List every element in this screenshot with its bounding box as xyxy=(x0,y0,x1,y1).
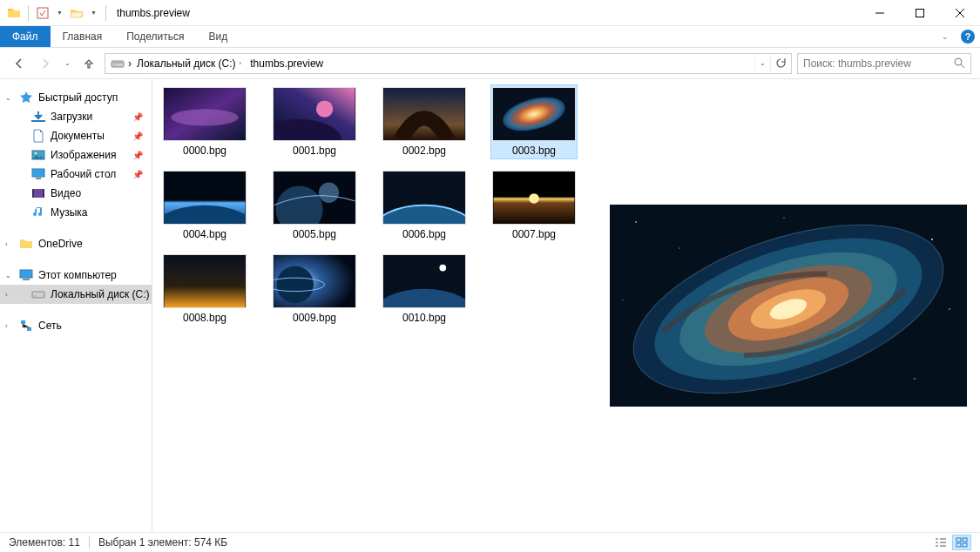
up-button[interactable] xyxy=(78,53,99,74)
nav-desktop[interactable]: Рабочий стол 📌 xyxy=(0,165,152,184)
file-item[interactable]: 0000.bpg xyxy=(161,84,248,159)
tab-home[interactable]: Главная xyxy=(51,26,115,47)
chevron-down-icon[interactable]: ⌄ xyxy=(5,272,11,279)
file-name: 0005.bpg xyxy=(293,228,336,240)
nav-onedrive[interactable]: › OneDrive xyxy=(0,234,152,253)
nav-quick-access[interactable]: ⌄ Быстрый доступ xyxy=(0,88,152,107)
nav-documents[interactable]: Документы 📌 xyxy=(0,126,152,145)
music-icon xyxy=(31,205,45,219)
file-item[interactable]: 0010.bpg xyxy=(381,252,468,326)
thumbnail xyxy=(163,171,247,225)
tab-file[interactable]: Файл xyxy=(0,26,51,47)
file-item[interactable]: 0004.bpg xyxy=(161,168,248,243)
nav-network[interactable]: › Сеть xyxy=(0,316,152,335)
file-item[interactable]: 0009.bpg xyxy=(271,252,358,326)
svg-point-37 xyxy=(529,193,539,204)
file-item[interactable]: 0001.bpg xyxy=(271,84,358,159)
chevron-right-icon[interactable]: › xyxy=(5,240,8,248)
network-icon xyxy=(19,319,33,333)
file-item-selected[interactable]: 0003.bpg xyxy=(490,84,578,159)
chevron-down-icon[interactable]: ⌄ xyxy=(5,94,11,102)
svg-point-48 xyxy=(931,239,933,240)
forward-button[interactable] xyxy=(35,53,56,74)
pin-icon: 📌 xyxy=(132,170,143,179)
nav-this-pc[interactable]: ⌄ Этот компьютер xyxy=(0,266,152,285)
file-name: 0000.bpg xyxy=(183,145,226,157)
folder-open-icon[interactable] xyxy=(70,6,84,20)
chevron-right-icon[interactable]: › xyxy=(5,291,8,299)
folder-dropdown[interactable]: ▼ xyxy=(89,10,98,16)
body: ⌄ Быстрый доступ Загрузки 📌 Документы 📌 … xyxy=(0,79,980,532)
svg-rect-3 xyxy=(112,61,124,64)
thumbnail xyxy=(492,171,576,225)
file-item[interactable]: 0006.bpg xyxy=(381,168,468,243)
pin-icon: 📌 xyxy=(132,112,143,122)
svg-rect-9 xyxy=(32,169,44,177)
svg-point-17 xyxy=(34,295,36,297)
view-thumbnails-button[interactable] xyxy=(952,535,971,550)
ribbon-collapse-button[interactable]: ⌄ xyxy=(935,26,956,47)
svg-point-5 xyxy=(955,58,962,65)
address-dropdown[interactable]: ⌄ xyxy=(754,54,770,73)
nav-music[interactable]: Музыка xyxy=(0,203,152,222)
svg-rect-18 xyxy=(21,320,25,324)
file-item[interactable]: 0008.bpg xyxy=(161,252,248,326)
svg-rect-66 xyxy=(963,543,967,547)
address-bar[interactable]: › Локальный диск (C:)› thumbs.preview ⌄ xyxy=(105,53,792,74)
preview-pane xyxy=(605,79,980,532)
maximize-button[interactable] xyxy=(900,0,940,26)
nav-local-disk[interactable]: › Локальный диск (C:) xyxy=(0,285,152,304)
close-button[interactable] xyxy=(940,0,980,26)
svg-point-24 xyxy=(316,101,333,118)
view-details-button[interactable] xyxy=(931,535,950,550)
document-icon xyxy=(31,129,45,143)
nav-videos[interactable]: Видео xyxy=(0,184,152,203)
svg-point-52 xyxy=(623,300,624,301)
file-item[interactable]: 0002.bpg xyxy=(381,84,468,159)
nav-downloads[interactable]: Загрузки 📌 xyxy=(0,107,152,126)
search-placeholder: Поиск: thumbs.preview xyxy=(803,57,954,70)
content-area: 0000.bpg 0001.bpg 0002.bpg 0003.bpg xyxy=(152,79,980,532)
download-icon xyxy=(31,110,45,124)
video-icon xyxy=(31,186,45,200)
file-item[interactable]: 0007.bpg xyxy=(490,168,578,243)
svg-point-46 xyxy=(635,221,637,223)
tab-share[interactable]: Поделиться xyxy=(114,26,196,47)
file-grid[interactable]: 0000.bpg 0001.bpg 0002.bpg 0003.bpg xyxy=(152,79,605,532)
search-icon xyxy=(954,57,965,69)
thumbnail xyxy=(273,87,356,141)
folder-icon xyxy=(7,6,21,20)
qat-dropdown[interactable]: ▼ xyxy=(55,10,64,16)
svg-point-4 xyxy=(113,64,115,66)
chevron-right-icon[interactable]: › xyxy=(5,322,8,330)
pin-icon: 📌 xyxy=(132,151,143,160)
file-name: 0010.bpg xyxy=(402,312,446,324)
svg-rect-38 xyxy=(165,255,246,307)
svg-point-53 xyxy=(783,217,784,218)
svg-rect-64 xyxy=(963,538,967,542)
desktop-icon xyxy=(31,167,45,181)
tab-view[interactable]: Вид xyxy=(196,26,240,47)
thumbnail xyxy=(163,87,247,141)
svg-rect-65 xyxy=(956,543,961,547)
svg-rect-0 xyxy=(37,8,48,18)
search-input[interactable]: Поиск: thumbs.preview xyxy=(797,53,971,74)
pc-icon xyxy=(19,268,33,282)
breadcrumb-folder[interactable]: thumbs.preview xyxy=(245,54,327,73)
thumbnail xyxy=(492,87,576,141)
nav-pictures[interactable]: Изображения 📌 xyxy=(0,145,152,165)
help-button[interactable]: ? xyxy=(956,26,980,47)
minimize-button[interactable] xyxy=(860,0,900,26)
refresh-button[interactable] xyxy=(770,54,791,73)
status-selection: Выбран 1 элемент: 574 КБ xyxy=(98,536,227,549)
file-item[interactable]: 0005.bpg xyxy=(271,168,358,243)
breadcrumb-root[interactable]: Локальный диск (C:)› xyxy=(132,54,245,73)
file-name: 0009.bpg xyxy=(293,312,336,324)
star-icon xyxy=(19,91,33,104)
navigation-row: ⌄ › Локальный диск (C:)› thumbs.preview … xyxy=(0,48,980,79)
properties-icon[interactable] xyxy=(36,6,50,20)
drive-icon xyxy=(31,287,45,301)
svg-rect-12 xyxy=(32,189,34,198)
back-button[interactable] xyxy=(9,53,30,74)
recent-dropdown[interactable]: ⌄ xyxy=(61,53,73,74)
